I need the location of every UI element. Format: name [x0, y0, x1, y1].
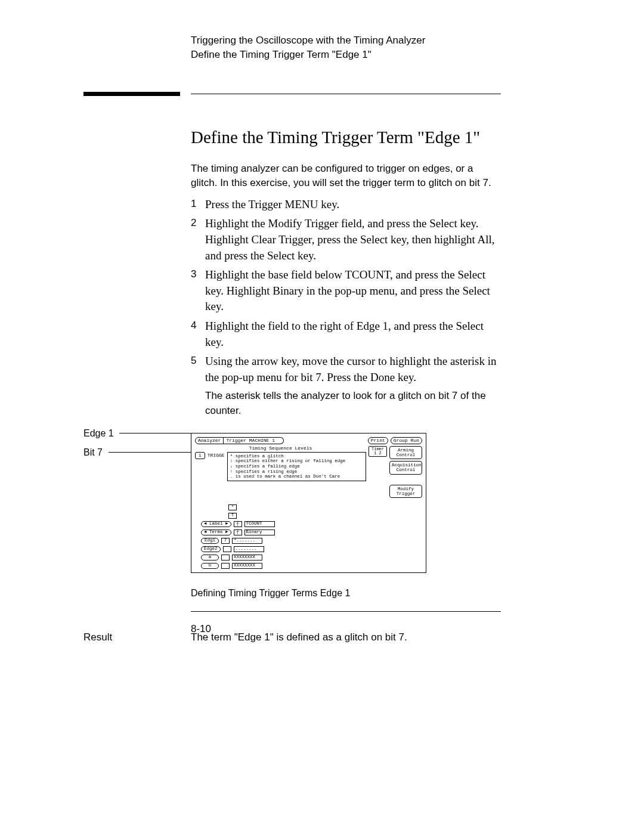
edge1-bit: 7: [221, 538, 230, 544]
spec-line: ↑ specifies a rising edge: [230, 469, 363, 475]
running-header: Triggering the Oscilloscope with the Tim…: [191, 33, 501, 62]
spec-box: * specifies a glitch ↕ specifies either …: [227, 452, 366, 481]
edge2-value: ........: [234, 546, 264, 552]
footer-rule-line: [191, 611, 501, 612]
step-item: Using the arrow key, move the cursor to …: [191, 354, 501, 385]
result-text: The term "Edge 1" is defined as a glitch…: [191, 631, 407, 643]
modify-trigger-button: Modify Trigger: [389, 485, 422, 498]
spec-line: ↕ specifies either a rising or falling e…: [230, 459, 363, 464]
figure-wrapper: Analyzer Trigger MACHINE 1 Print Group R…: [191, 433, 501, 573]
section-title: Define the Timing Trigger Term "Edge 1": [191, 128, 501, 147]
callout-bit7: Bit 7: [83, 447, 103, 458]
figure-subheader: Timing Sequence Levels 1 TRIGGE * specif…: [195, 446, 422, 498]
running-header-line1: Triggering the Oscilloscope with the Tim…: [191, 33, 501, 48]
edge2-row: Edge2 ........: [201, 546, 422, 553]
analyzer-figure: Analyzer Trigger MACHINE 1 Print Group R…: [191, 433, 426, 573]
label-row: ◄ Label ► ┼ TCOUNT: [201, 521, 422, 528]
intro-paragraph: The timing analyzer can be configured to…: [191, 162, 501, 191]
page-number: 8-10: [191, 623, 211, 635]
right-button-stack: Arming Control Acquisition Control Modif…: [389, 446, 422, 498]
running-header-line2: Define the Timing Trigger Term "Edge 1": [191, 48, 501, 62]
timer-box: Timer 1 2: [369, 446, 387, 457]
term-a-value: XXXXXXXX: [232, 555, 262, 561]
term-a-name: a: [201, 555, 219, 561]
step-item: Highlight the base field below TCOUNT, a…: [191, 267, 501, 315]
figure-top-left-group: Analyzer Trigger MACHINE 1: [195, 437, 284, 444]
header-rule-line: [191, 94, 501, 94]
term-b-name: b: [201, 563, 219, 569]
step-item: Highlight the field to the right of Edge…: [191, 318, 501, 350]
figure-topbar: Analyzer Trigger MACHINE 1 Print Group R…: [195, 437, 422, 444]
tree-node-icon: ┼: [234, 521, 242, 527]
spec-line: * specifies a glitch: [230, 454, 363, 459]
terms-rows: * T ◄ Label ► ┼ TCOUNT ◄ Terms ► ┼ Binar…: [201, 504, 422, 569]
label-button: ◄ Label ►: [201, 521, 231, 527]
result-label: Result: [83, 631, 191, 643]
tree-node-icon: [221, 563, 230, 569]
group-run-button: Group Run: [391, 437, 422, 444]
sequence-title: Timing Sequence Levels: [195, 446, 366, 452]
steps-list: Press the Trigger MENU key. Highlight th…: [191, 197, 501, 386]
term-b-row: b XXXXXXXX: [201, 562, 422, 569]
sequence-number: 1: [195, 452, 205, 459]
term-b-value: XXXXXXXX: [232, 563, 262, 569]
step-item: Press the Trigger MENU key.: [191, 197, 501, 213]
print-button: Print: [368, 437, 388, 444]
label-value: TCOUNT: [244, 521, 275, 527]
column-marker-row: *: [228, 504, 422, 511]
tree-node-icon: ┼: [234, 529, 242, 535]
term-a-row: a XXXXXXXX: [201, 554, 422, 561]
spec-line: ↓ specifies a falling edge: [230, 464, 363, 469]
trigger-machine-button: Trigger MACHINE 1: [224, 437, 284, 444]
terms-row: ◄ Terms ► ┼ Binary: [201, 529, 422, 536]
header-rule-bar: [83, 92, 180, 96]
spec-line: . is used to mark a channel as Don't Car…: [230, 474, 363, 479]
edge1-name: Edg1: [201, 538, 219, 544]
tree-node-icon: [221, 555, 230, 561]
column-marker-row-t: T: [228, 512, 422, 519]
acquisition-control-button: Acquisition Control: [389, 461, 422, 475]
callout-edge1: Edge 1: [83, 428, 114, 439]
terms-rows-area: * T ◄ Label ► ┼ TCOUNT ◄ Terms ► ┼ Binar…: [195, 504, 422, 569]
step-note: The asterisk tells the analyzer to look …: [205, 389, 501, 418]
sequence-levels-area: Timing Sequence Levels 1 TRIGGE * specif…: [195, 446, 366, 481]
result-row: Result The term "Edge 1" is defined as a…: [83, 631, 501, 643]
figure-caption: Defining Timing Trigger Terms Edge 1: [191, 588, 501, 599]
arming-control-button: Arming Control: [389, 446, 422, 460]
sequence-row: 1 TRIGGE * specifies a glitch ↕ specifie…: [195, 452, 366, 481]
col-star: *: [228, 504, 237, 510]
col-t: T: [228, 513, 237, 519]
terms-value: Binary: [244, 529, 275, 535]
step-item: Highlight the Modify Trigger field, and …: [191, 216, 501, 264]
document-page: Triggering the Oscilloscope with the Tim…: [0, 0, 644, 833]
sequence-label: TRIGGE: [208, 452, 225, 458]
edge1-row: Edg1 7 *.......: [201, 537, 422, 544]
tree-node-icon: [223, 546, 231, 552]
edge1-value: *.......: [232, 538, 262, 544]
figure-top-right-group: Print Group Run: [368, 437, 422, 444]
analyzer-button: Analyzer: [195, 437, 224, 444]
terms-button: ◄ Terms ►: [201, 529, 231, 535]
edge2-name: Edge2: [201, 546, 221, 552]
